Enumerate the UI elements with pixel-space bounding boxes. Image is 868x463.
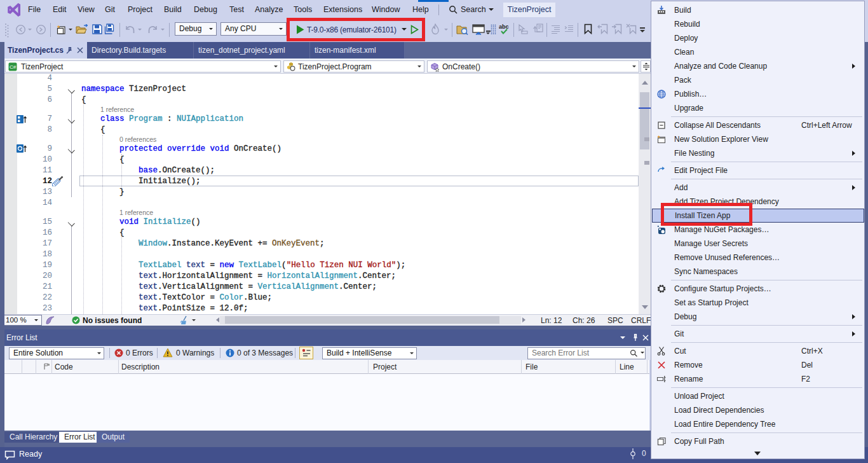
svg-text:C#: C# — [10, 64, 17, 70]
svg-text:abc: abc — [499, 24, 509, 30]
